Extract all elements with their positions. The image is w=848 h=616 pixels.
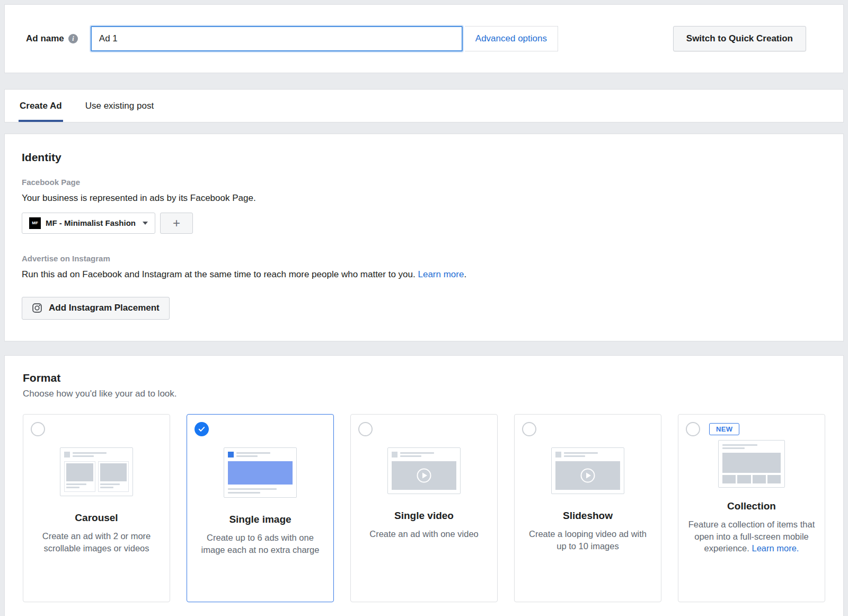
single-image-thumbnail — [224, 447, 297, 498]
radio-unchecked-icon[interactable] — [358, 422, 373, 436]
radio-checked-icon[interactable] — [195, 422, 209, 436]
facebook-page-dropdown[interactable]: MF MF - Minimalist Fashion — [22, 213, 155, 234]
advanced-options-link[interactable]: Advanced options — [475, 33, 547, 44]
add-instagram-placement-label: Add Instagram Placement — [49, 303, 160, 313]
radio-unchecked-icon[interactable] — [31, 422, 45, 436]
format-option-description: Create an ad with one video — [351, 528, 497, 540]
format-option-name: Single image — [187, 514, 333, 525]
collection-thumbnail — [718, 440, 785, 488]
format-section: Format Choose how you'd like your ad to … — [4, 355, 844, 616]
radio-unchecked-icon[interactable] — [522, 422, 536, 436]
format-card-slideshow[interactable]: Slideshow Create a looping video ad with… — [514, 414, 661, 602]
format-option-name: Slideshow — [515, 510, 661, 522]
facebook-page-description: Your business is represented in ads by i… — [22, 192, 826, 205]
instagram-icon — [32, 303, 42, 313]
single-video-thumbnail — [387, 447, 461, 494]
format-card-single-video[interactable]: Single video Create an ad with one video — [350, 414, 498, 602]
switch-to-quick-creation-button[interactable]: Switch to Quick Creation — [673, 26, 806, 51]
format-option-name: Carousel — [23, 512, 170, 524]
format-card-carousel[interactable]: Carousel Create an ad with 2 or more scr… — [23, 414, 170, 602]
chevron-down-icon — [143, 222, 148, 225]
page-selector-row: MF MF - Minimalist Fashion + — [22, 213, 826, 234]
format-card-collection[interactable]: NEW Collection Feature a collection of i… — [678, 414, 825, 602]
advanced-options-box: Advanced options — [465, 26, 558, 51]
play-icon — [416, 468, 432, 483]
info-icon[interactable] — [68, 34, 78, 43]
add-instagram-placement-button[interactable]: Add Instagram Placement — [22, 297, 170, 320]
play-icon — [580, 468, 596, 483]
ad-name-input[interactable] — [91, 26, 463, 51]
facebook-page-name: MF - Minimalist Fashion — [46, 218, 136, 227]
format-option-description: Create up to 6 ads with one image each a… — [187, 532, 333, 556]
identity-section: Identity Facebook Page Your business is … — [4, 134, 844, 341]
ad-name-bar: Ad name Advanced options Switch to Quick… — [4, 4, 844, 73]
instagram-learn-more-link[interactable]: Learn more — [418, 269, 464, 279]
identity-title: Identity — [22, 151, 826, 164]
format-subtitle: Choose how you'd like your ad to look. — [23, 389, 825, 399]
tab-use-existing-post[interactable]: Use existing post — [84, 90, 155, 122]
format-option-name: Single video — [351, 510, 497, 522]
tab-bar: Create Ad Use existing post — [4, 89, 844, 122]
instagram-description-period: . — [464, 269, 466, 279]
format-option-name: Collection — [678, 500, 825, 512]
slideshow-thumbnail — [551, 447, 624, 494]
format-cards: Carousel Create an ad with 2 or more scr… — [23, 414, 825, 602]
carousel-thumbnail — [60, 447, 133, 496]
ad-name-label: Ad name — [26, 33, 64, 44]
instagram-description-text: Run this ad on Facebook and Instagram at… — [22, 269, 416, 279]
page-avatar-icon: MF — [29, 217, 41, 229]
format-card-single-image[interactable]: Single image Create up to 6 ads with one… — [187, 414, 334, 602]
format-option-description: Create a looping video ad with up to 10 … — [515, 528, 661, 552]
instagram-label: Advertise on Instagram — [22, 254, 826, 263]
radio-unchecked-icon[interactable] — [686, 422, 700, 436]
instagram-description: Run this ad on Facebook and Instagram at… — [22, 269, 826, 281]
plus-icon: + — [173, 216, 180, 230]
format-option-description: Create an ad with 2 or more scrollable i… — [23, 530, 170, 555]
format-option-description: Feature a collection of items that open … — [678, 518, 825, 555]
add-page-button[interactable]: + — [160, 213, 193, 234]
facebook-page-label: Facebook Page — [22, 178, 826, 187]
collection-learn-more-link[interactable]: Learn more. — [752, 543, 799, 553]
format-title: Format — [23, 372, 825, 384]
tab-create-ad[interactable]: Create Ad — [19, 90, 63, 122]
new-badge: NEW — [709, 423, 739, 435]
